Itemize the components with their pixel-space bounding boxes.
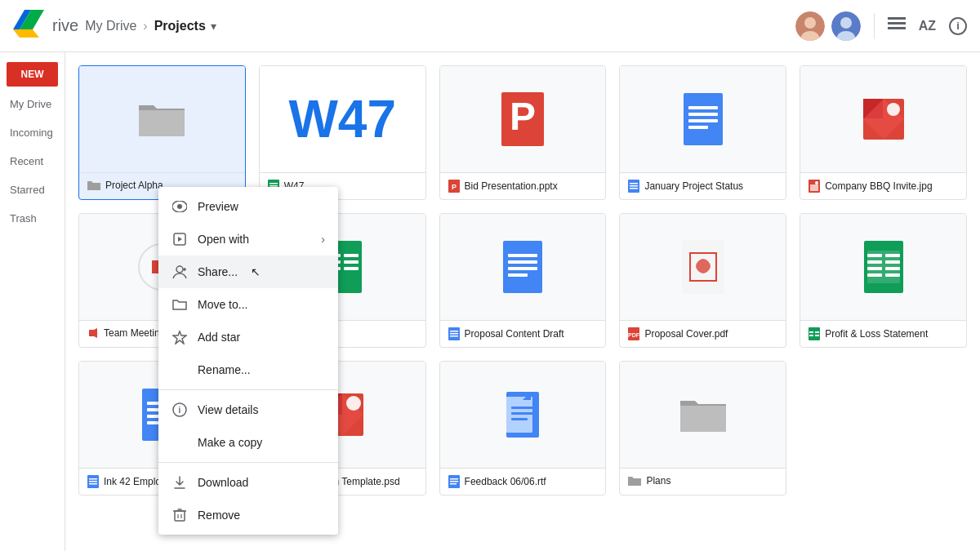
svg-rect-72 [885, 273, 900, 277]
file-grid-container: Project Alpha W47 W47 P P [65, 52, 980, 551]
svg-rect-99 [450, 478, 458, 480]
context-menu-label: Rename... [198, 363, 251, 376]
svg-rect-70 [885, 267, 900, 270]
svg-rect-52 [508, 254, 537, 257]
file-card-project-alpha[interactable]: Project Alpha [78, 65, 246, 200]
file-card-profit-loss[interactable]: Profit & Loss Statement [800, 213, 967, 348]
svg-rect-23 [688, 119, 718, 122]
svg-rect-10 [888, 22, 906, 24]
file-card-plans[interactable]: Plans [619, 361, 786, 495]
header: rive My Drive › Projects ▾ AZ i [0, 0, 980, 52]
sidebar-item-incoming[interactable]: Incoming [0, 118, 65, 147]
context-menu-open-with[interactable]: Open with › [158, 223, 338, 256]
svg-rect-26 [630, 183, 638, 184]
sidebar-item-my-drive[interactable]: My Drive [0, 90, 65, 118]
avatar-2[interactable] [831, 11, 861, 41]
context-menu-download[interactable]: Download [158, 466, 338, 499]
breadcrumb-dropdown-icon[interactable]: ▾ [211, 20, 216, 33]
breadcrumb-current[interactable]: Projects [154, 19, 206, 33]
sidebar-item-recent[interactable]: Recent [0, 147, 65, 176]
file-name: January Project Status [644, 180, 743, 192]
list-view-icon[interactable] [888, 17, 906, 35]
breadcrumb-parent[interactable]: My Drive [85, 19, 136, 33]
svg-rect-112 [175, 511, 185, 521]
file-card-label: PDF Proposal Cover.pdf [620, 320, 786, 347]
file-name: Plans [646, 475, 670, 487]
svg-rect-54 [508, 267, 537, 270]
file-card-label: Feedback 06/06.rtf [440, 468, 606, 495]
svg-point-90 [346, 396, 361, 411]
file-card-proposal-content-draft[interactable]: Proposal Content Draft [439, 213, 607, 348]
file-card-thumb: W47 [260, 66, 425, 172]
file-card-w47[interactable]: W47 W47 [259, 65, 426, 200]
breadcrumb: My Drive › Projects ▾ [85, 19, 216, 33]
sidebar-item-starred[interactable]: Starred [0, 176, 65, 204]
file-card-bid-presentation[interactable]: P P Bid Presentation.pptx [439, 65, 607, 200]
svg-rect-9 [888, 17, 906, 20]
context-menu-divider-2 [158, 462, 338, 463]
context-menu-label: Share... [198, 265, 238, 278]
svg-rect-55 [508, 273, 528, 277]
file-card-label: Plans [620, 468, 786, 493]
context-menu-make-copy[interactable]: Make a copy [158, 426, 338, 459]
sidebar-item-trash[interactable]: Trash [0, 204, 65, 233]
svg-rect-27 [630, 185, 638, 187]
file-card-thumb [620, 214, 786, 320]
context-menu-preview[interactable]: Preview [158, 190, 338, 223]
file-card-thumb [440, 214, 606, 320]
svg-rect-59 [450, 335, 458, 337]
context-menu-remove[interactable]: Remove [158, 499, 338, 531]
file-card-thumb: P [440, 66, 606, 172]
svg-rect-96 [511, 412, 534, 415]
svg-point-35 [815, 181, 818, 184]
context-menu-label: Preview [198, 200, 238, 213]
avatar-1[interactable] [795, 11, 825, 41]
context-menu-rename[interactable]: Rename... [158, 353, 338, 386]
context-menu-move-to[interactable]: Move to... [158, 288, 338, 321]
star-icon [172, 329, 188, 345]
breadcrumb-separator: › [143, 19, 147, 33]
context-menu-label: Add star [198, 331, 240, 344]
svg-rect-68 [885, 260, 900, 264]
svg-rect-77 [815, 335, 819, 336]
svg-marker-34 [810, 184, 818, 191]
file-name: Feedback 06/06.rtf [465, 476, 546, 487]
new-button[interactable]: NEW [7, 62, 58, 87]
context-menu-share[interactable]: Share... ↖ [158, 256, 338, 288]
context-menu-label: View details [198, 403, 258, 416]
context-menu-add-star[interactable]: Add star [158, 321, 338, 353]
svg-rect-43 [344, 260, 359, 264]
svg-rect-28 [630, 188, 638, 189]
file-card-proposal-cover[interactable]: PDF Proposal Cover.pdf [619, 213, 786, 348]
file-card-january-project-status[interactable]: January Project Status [619, 65, 786, 200]
context-menu-divider [158, 389, 338, 390]
svg-rect-100 [450, 481, 458, 482]
svg-rect-73 [808, 327, 820, 340]
file-card-feedback[interactable]: Feedback 06/06.rtf [439, 361, 607, 495]
svg-rect-71 [867, 273, 882, 277]
file-card-label: Company BBQ Invite.jpg [800, 172, 966, 199]
header-right: AZ i [795, 11, 967, 41]
file-card-label: Profit & Loss Statement [800, 320, 966, 347]
copy-icon [172, 434, 188, 451]
svg-point-103 [177, 204, 182, 209]
sort-icon[interactable]: AZ [919, 19, 936, 33]
svg-point-4 [804, 17, 816, 29]
svg-rect-53 [508, 260, 537, 264]
svg-marker-108 [173, 331, 186, 344]
svg-rect-13 [270, 183, 278, 184]
file-card-company-bbq-invite[interactable]: Company BBQ Invite.jpg [800, 65, 967, 200]
svg-rect-69 [867, 267, 882, 270]
svg-rect-67 [867, 260, 882, 264]
info-icon[interactable]: i [949, 17, 967, 35]
context-menu-label: Move to... [198, 298, 247, 311]
svg-text:P: P [452, 183, 457, 191]
svg-text:P: P [510, 95, 536, 138]
folder-move-icon [172, 296, 188, 313]
svg-rect-76 [809, 335, 813, 336]
svg-rect-41 [344, 254, 359, 257]
svg-rect-84 [89, 478, 97, 480]
file-card-label: January Project Status [620, 172, 786, 199]
svg-rect-11 [888, 27, 906, 29]
context-menu-view-details[interactable]: i View details [158, 393, 338, 426]
